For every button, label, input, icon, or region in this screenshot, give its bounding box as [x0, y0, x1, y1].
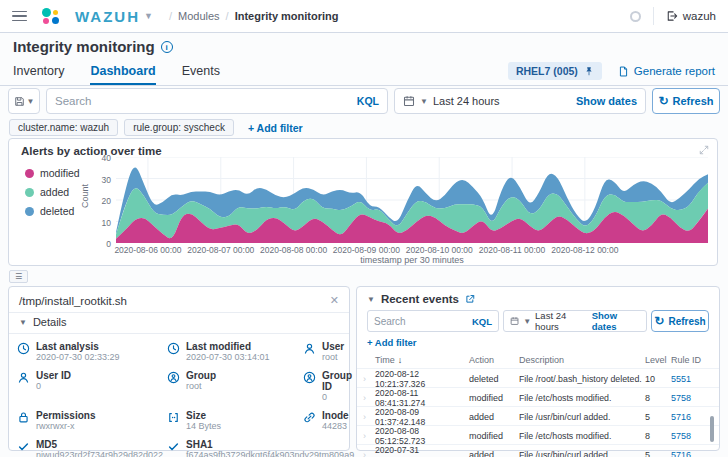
- brand-chevron-down-icon[interactable]: ▼: [144, 11, 153, 21]
- row-expand-icon[interactable]: ›: [363, 374, 375, 384]
- wazuh-logo[interactable]: WAZUH: [75, 8, 140, 25]
- events-refresh-button[interactable]: ↻ Refresh: [651, 310, 709, 332]
- date-picker[interactable]: ▼ Last 24 hours Show dates: [394, 88, 646, 114]
- event-rule-id-link[interactable]: 5716: [671, 412, 715, 422]
- row-expand-icon[interactable]: ›: [363, 412, 375, 422]
- events-table: Time↓ActionDescriptionLevelRule ID ›2020…: [357, 352, 719, 457]
- refresh-icon: ↻: [654, 314, 664, 328]
- group-icon: [303, 370, 316, 384]
- legend-item-modified[interactable]: modified: [25, 167, 80, 179]
- page-title: Integrity monitoring: [13, 38, 155, 55]
- filter-pill[interactable]: rule.group: syscheck: [124, 119, 234, 136]
- event-row[interactable]: ›2020-07-31 07:29:38.057addedFile /usr/b…: [357, 444, 719, 457]
- detail-value: root: [186, 381, 216, 392]
- detail-item: Last modified2020-07-30 03:14:01: [167, 341, 303, 363]
- row-expand-icon[interactable]: ›: [363, 450, 375, 457]
- legend-item-added[interactable]: added: [25, 186, 80, 198]
- tab-inventory[interactable]: Inventory: [13, 57, 64, 85]
- event-description: File /usr/bin/curl added.: [519, 450, 645, 457]
- sort-desc-icon[interactable]: ↓: [398, 355, 403, 365]
- events-add-filter-button[interactable]: + Add filter: [367, 337, 709, 348]
- pin-icon[interactable]: [584, 66, 594, 77]
- detail-value: niwud923rd2f734r9h29d82d022: [36, 450, 163, 457]
- user-menu[interactable]: wazuh: [666, 10, 716, 22]
- generate-report-button[interactable]: Generate report: [618, 65, 715, 78]
- app-logo-icon[interactable]: [41, 7, 59, 25]
- column-header-action[interactable]: Action: [469, 355, 519, 365]
- refresh-icon: ↻: [658, 94, 668, 108]
- column-header-time[interactable]: Time↓: [375, 355, 469, 365]
- event-rule-id-link[interactable]: 5758: [671, 393, 715, 403]
- events-kql-toggle[interactable]: KQL: [472, 316, 492, 327]
- search-input[interactable]: [55, 95, 351, 107]
- legend-dot: [25, 207, 34, 216]
- file-path-title: /tmp/install_rootkit.sh: [19, 295, 127, 307]
- details-accordion-toggle[interactable]: ▼ Details: [9, 312, 349, 334]
- tabs: InventoryDashboardEvents: [13, 57, 220, 85]
- event-action: modified: [469, 431, 519, 441]
- column-header-description[interactable]: Description: [519, 355, 645, 365]
- x-tick-label: 2020-08-11 00:00: [470, 245, 554, 255]
- events-time-range-value: Last 24 hours: [535, 310, 588, 332]
- add-filter-button[interactable]: + Add filter: [248, 122, 303, 134]
- menu-icon[interactable]: [12, 11, 27, 22]
- events-search-input[interactable]: [374, 316, 460, 327]
- tab-dashboard[interactable]: Dashboard: [90, 57, 155, 85]
- tab-events[interactable]: Events: [182, 57, 220, 85]
- detail-item: Group ID0: [303, 370, 352, 403]
- refresh-button[interactable]: ↻ Refresh: [652, 88, 720, 114]
- chart-table-toggle-button[interactable]: ☰: [9, 270, 28, 283]
- external-link-icon[interactable]: [465, 294, 475, 304]
- detail-item: SHA1f674as9fh3729dkgt6f4k903ndy29tm809a9: [167, 439, 303, 457]
- agent-badge[interactable]: RHEL7 (005): [508, 62, 602, 80]
- detail-label: User ID: [36, 370, 71, 381]
- chart-plot-area[interactable]: [116, 157, 708, 243]
- event-rule-id-link[interactable]: 5716: [671, 450, 715, 457]
- expand-chart-icon[interactable]: [699, 145, 709, 155]
- info-icon[interactable]: i: [161, 41, 173, 53]
- event-row[interactable]: ›2020-08-09 01:37:42.148addedFile /usr/b…: [357, 406, 719, 425]
- event-time: 2020-07-31 07:29:38.057: [375, 445, 469, 457]
- row-expand-icon[interactable]: ›: [363, 393, 375, 403]
- legend-item-deleted[interactable]: deleted: [25, 205, 80, 217]
- user-icon: [303, 341, 316, 355]
- detail-value: 14 Bytes: [186, 421, 221, 432]
- app-window: WAZUH ▼ / Modules / Integrity monitoring…: [0, 0, 728, 457]
- events-date-picker[interactable]: ▼ Last 24 hours Show dates: [503, 310, 647, 332]
- show-dates-button[interactable]: Show dates: [576, 95, 637, 107]
- event-row[interactable]: ›2020-08-11 08:41:31.274modifiedFile /et…: [357, 387, 719, 406]
- agent-badge-label: RHEL7 (005): [516, 65, 578, 77]
- row-expand-icon[interactable]: ›: [363, 431, 375, 441]
- event-level: 5: [645, 412, 671, 422]
- legend-label: deleted: [40, 205, 74, 217]
- check-icon: [167, 439, 180, 453]
- x-tick-label: 2020-08-07 00:00: [179, 245, 263, 255]
- detail-item: Permissionsrwxrwxr-x: [17, 410, 167, 432]
- link-icon: [303, 410, 316, 424]
- event-row[interactable]: ›2020-08-08 05:12:52.723modifiedFile /et…: [357, 425, 719, 444]
- events-show-dates-button[interactable]: Show dates: [592, 310, 640, 332]
- event-rule-id-link[interactable]: 5551: [671, 374, 715, 384]
- breadcrumb-current: Integrity monitoring: [235, 10, 339, 22]
- health-status-icon[interactable]: [630, 11, 641, 22]
- kql-toggle[interactable]: KQL: [357, 95, 379, 107]
- event-description: File /etc/hosts modified.: [519, 393, 645, 403]
- detail-item: Inode44283: [303, 410, 352, 432]
- event-rule-id-link[interactable]: 5758: [671, 431, 715, 441]
- divider: [653, 7, 654, 25]
- breadcrumb-modules[interactable]: Modules: [178, 10, 220, 22]
- close-icon[interactable]: ✕: [330, 294, 339, 307]
- column-header-rule-id[interactable]: Rule ID: [671, 355, 715, 365]
- event-row[interactable]: ›2020-08-12 10:21:37.326deletedFile /roo…: [357, 368, 719, 387]
- saved-query-button[interactable]: ▼: [8, 88, 40, 114]
- time-range-value[interactable]: Last 24 hours: [433, 95, 500, 107]
- x-tick-label: 2020-08-12 00:00: [543, 245, 627, 255]
- column-header-level[interactable]: Level: [645, 355, 671, 365]
- chevron-down-icon[interactable]: ▼: [367, 295, 375, 304]
- recent-events-title: Recent events: [381, 293, 459, 305]
- user-icon: [17, 370, 30, 384]
- refresh-label: Refresh: [673, 95, 714, 107]
- filter-pill[interactable]: cluster.name: wazuh: [9, 119, 118, 136]
- events-scrollbar[interactable]: [710, 416, 714, 442]
- event-action: added: [469, 412, 519, 422]
